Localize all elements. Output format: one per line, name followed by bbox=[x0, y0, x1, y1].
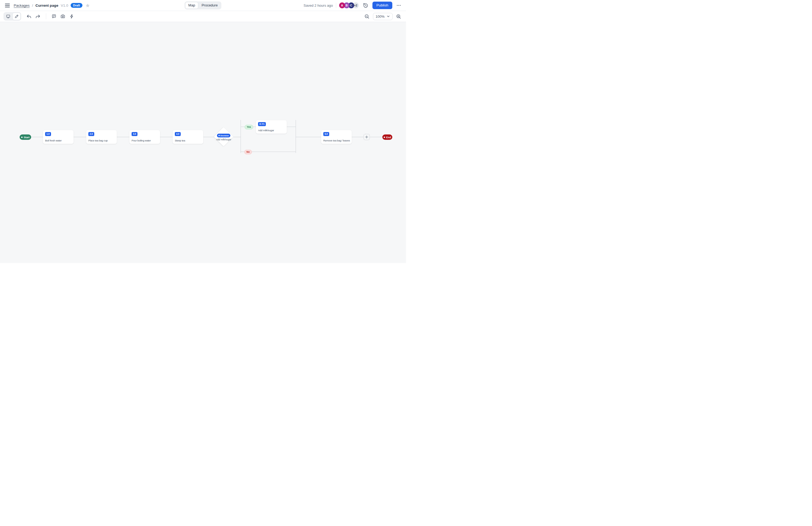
comment-icon bbox=[51, 14, 57, 19]
step-number-badge: 3.0 bbox=[132, 132, 137, 136]
camera-icon bbox=[60, 14, 66, 19]
node-dot-icon bbox=[384, 137, 385, 138]
hamburger-icon bbox=[5, 3, 10, 7]
connector bbox=[117, 137, 129, 137]
tab-map[interactable]: Map bbox=[185, 2, 198, 9]
step-number-badge: 4.0 bbox=[175, 132, 181, 136]
star-icon bbox=[85, 3, 90, 8]
connector bbox=[370, 137, 382, 137]
breadcrumb: Packages / Current page V1.0 Draft bbox=[14, 3, 90, 8]
view-toggle: Map Procedure bbox=[185, 1, 221, 10]
step-number-badge: 1.0 bbox=[45, 132, 51, 136]
mode-view-button[interactable] bbox=[4, 13, 12, 20]
pencil-icon bbox=[14, 14, 19, 19]
branch-step-node[interactable]: D.Y1 Add milk/sugar bbox=[256, 120, 287, 134]
mode-edit-button[interactable] bbox=[12, 13, 21, 20]
step-node-4[interactable]: 4.0 Steep tea bbox=[173, 130, 203, 144]
ellipsis-icon bbox=[396, 3, 401, 8]
app-header: Packages / Current page V1.0 Draft Map P… bbox=[0, 0, 406, 11]
favorite-button[interactable] bbox=[85, 3, 90, 8]
step-node-3[interactable]: 3.0 Pour boiling water bbox=[129, 130, 160, 144]
undo-button[interactable] bbox=[25, 13, 33, 20]
more-options-button[interactable] bbox=[395, 2, 402, 9]
tab-procedure[interactable]: Procedure bbox=[199, 2, 221, 9]
redo-arrow-icon bbox=[35, 14, 41, 19]
end-node-label: End bbox=[386, 136, 391, 139]
step-number-badge: D.Y1 bbox=[258, 122, 266, 126]
mode-toggle bbox=[3, 12, 21, 21]
decision-node[interactable] bbox=[214, 127, 233, 146]
comment-button[interactable] bbox=[50, 13, 58, 20]
connector bbox=[31, 137, 43, 137]
zoom-in-button[interactable] bbox=[395, 13, 403, 20]
zoom-level-value: 100% bbox=[376, 15, 385, 18]
saved-status: Saved 2 hours ago bbox=[304, 3, 333, 7]
redo-button[interactable] bbox=[34, 13, 42, 20]
flow-canvas[interactable]: Start 1.0 Boil fresh water 2.0 Place tea… bbox=[0, 22, 406, 263]
step-number-badge: 2.0 bbox=[88, 132, 94, 136]
step-title: Steep tea bbox=[175, 139, 201, 142]
connector bbox=[74, 137, 86, 137]
quick-actions-button[interactable] bbox=[68, 13, 75, 20]
step-node-5[interactable]: 5.0 Remove tea bag / leaves bbox=[321, 130, 352, 144]
step-node-2[interactable]: 2.0 Place tea bag cup bbox=[86, 130, 117, 144]
version-label: V1.0 bbox=[61, 3, 68, 7]
history-button[interactable] bbox=[362, 2, 369, 10]
monitor-icon bbox=[6, 14, 11, 19]
page-title: Current page bbox=[35, 3, 58, 7]
lightning-icon bbox=[69, 14, 74, 19]
connector bbox=[160, 137, 173, 137]
breadcrumb-packages-link[interactable]: Packages bbox=[14, 3, 30, 7]
magnifier-minus-icon bbox=[364, 14, 370, 19]
start-node[interactable]: Start bbox=[19, 134, 31, 140]
canvas-toolbar: 100% bbox=[0, 11, 406, 22]
connector bbox=[296, 137, 321, 137]
connector bbox=[352, 137, 364, 137]
add-step-button[interactable] bbox=[364, 134, 370, 140]
plus-icon bbox=[365, 136, 368, 138]
step-title: Add milk/sugar bbox=[258, 129, 285, 132]
step-title: Pour boiling water bbox=[132, 139, 158, 142]
connector bbox=[203, 137, 214, 137]
step-title: Place tea bag cup bbox=[88, 139, 115, 142]
breadcrumb-separator: / bbox=[32, 3, 33, 7]
snapshot-button[interactable] bbox=[59, 13, 67, 20]
step-title: Boil fresh water bbox=[45, 139, 71, 142]
end-node[interactable]: End bbox=[382, 134, 392, 140]
clock-history-icon bbox=[363, 3, 368, 8]
magnifier-plus-icon bbox=[396, 14, 402, 19]
no-branch-badge[interactable]: No bbox=[244, 150, 252, 154]
undo-arrow-icon bbox=[26, 14, 32, 19]
start-node-label: Start bbox=[24, 136, 30, 139]
step-node-1[interactable]: 1.0 Boil fresh water bbox=[43, 130, 74, 144]
step-number-badge: 5.0 bbox=[323, 132, 329, 136]
publish-button[interactable]: Publish bbox=[373, 2, 392, 10]
avatar-group[interactable]: A B C +2 bbox=[339, 2, 359, 8]
avatar: A bbox=[339, 2, 345, 8]
step-title: Remove tea bag / leaves bbox=[323, 139, 350, 142]
branch-split-line bbox=[241, 120, 241, 153]
chevron-down-icon bbox=[387, 15, 390, 18]
menu-button[interactable] bbox=[4, 2, 11, 9]
zoom-level-dropdown[interactable]: 100% bbox=[373, 13, 393, 20]
node-dot-icon bbox=[21, 137, 23, 138]
connector bbox=[233, 137, 241, 137]
zoom-out-button[interactable] bbox=[363, 13, 371, 20]
yes-branch-badge[interactable]: Yes bbox=[245, 125, 253, 129]
status-badge: Draft bbox=[71, 3, 83, 8]
